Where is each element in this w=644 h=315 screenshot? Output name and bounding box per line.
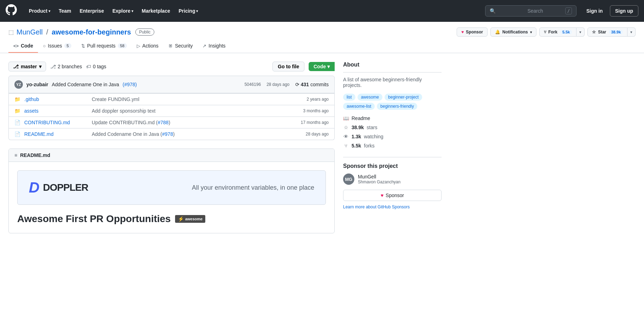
tag-icon: 🏷: [86, 64, 91, 69]
main-nav: Product ▾ Team Enterprise Explore ▾ Mark…: [25, 5, 201, 17]
repo-file-area: ⎇ master ▾ ⎇ 2 branches 🏷 0 tags Go to f…: [8, 62, 335, 233]
commit-author-link[interactable]: yo-zubair: [26, 82, 48, 87]
doppler-wordmark: DOPPLER: [43, 182, 88, 193]
file-commit-time: 3 months ago: [303, 108, 329, 113]
star-button[interactable]: ☆ Star 38.9k: [587, 27, 627, 37]
table-row: 📄 README.md Added Codename One in Java (…: [9, 128, 334, 140]
commit-history-link[interactable]: ⟳ 431 commits: [295, 82, 329, 87]
actions-icon: ▷: [137, 43, 140, 49]
file-commit-time: 28 days ago: [306, 132, 329, 137]
nav-product[interactable]: Product ▾: [25, 5, 54, 17]
doppler-logo: D DOPPLER: [29, 179, 88, 196]
chevron-down-icon: ▾: [327, 64, 330, 69]
file-pr-link[interactable]: #788: [158, 120, 169, 125]
search-input[interactable]: 🔍 Search /: [485, 5, 577, 17]
security-icon: ⛨: [168, 43, 173, 49]
go-to-file-button[interactable]: Go to file: [272, 62, 304, 71]
tags-link[interactable]: 🏷 0 tags: [86, 64, 106, 69]
fork-icon: ⑂: [343, 143, 349, 149]
heart-icon: ♥: [461, 30, 464, 34]
bell-icon: 🔔: [495, 30, 500, 34]
sidebar-divider: [343, 157, 442, 157]
chevron-down-icon: ▾: [39, 64, 41, 69]
star-dropdown-button[interactable]: ▾: [627, 27, 636, 37]
visibility-badge: Public: [135, 29, 155, 36]
nav-enterprise[interactable]: Enterprise: [76, 5, 107, 17]
sign-in-button[interactable]: Sign in: [582, 5, 607, 17]
nav-team[interactable]: Team: [55, 5, 75, 17]
sponsor-banner[interactable]: D DOPPLER All your environment variables…: [17, 170, 326, 205]
github-logo-icon[interactable]: [6, 4, 17, 18]
about-title: About: [343, 62, 442, 73]
stars-stat: ☆ 38.9k stars: [343, 125, 442, 130]
tab-pull-requests[interactable]: ⇅ Pull requests 58: [76, 39, 132, 53]
list-icon: ≡: [14, 152, 17, 158]
eye-icon: 👁: [343, 134, 349, 139]
topic-tags: list awesome beginner-project awesome-li…: [343, 94, 442, 110]
code-button-label: Code: [314, 64, 326, 69]
commit-message: Added Codename One in Java: [52, 82, 119, 87]
notifications-button[interactable]: 🔔 Notifications ▾: [490, 27, 536, 37]
sponsor-user-avatar: MG: [343, 174, 354, 185]
folder-icon: 📁: [14, 96, 20, 102]
tab-actions[interactable]: ▷ Actions: [132, 39, 163, 53]
file-table: 📁 .github Create FUNDING.yml 2 years ago…: [8, 93, 335, 140]
repo-action-buttons: ♥ Sponsor 🔔 Notifications ▾ ⑂ Fork 5.5k …: [457, 27, 636, 37]
tab-security[interactable]: ⛨ Security: [163, 39, 198, 53]
repo-name-link[interactable]: awesome-for-beginners: [52, 28, 131, 36]
chevron-down-icon: ▾: [530, 30, 532, 34]
repo-tabs: <> Code ○ Issues 5 ⇅ Pull requests 58 ▷ …: [8, 39, 636, 53]
nav-explore[interactable]: Explore ▾: [109, 5, 137, 17]
about-description: A list of awesome beginners-friendly pro…: [343, 77, 442, 88]
branch-icon: ⎇: [13, 64, 19, 69]
file-name-link[interactable]: CONTRIBUTING.md: [24, 120, 88, 125]
code-clone-button[interactable]: Code ▾: [309, 62, 335, 71]
readme-header: ≡ README.md: [9, 149, 334, 162]
search-icon: 🔍: [490, 8, 524, 14]
nav-pricing[interactable]: Pricing ▾: [175, 5, 201, 17]
star-icon: ☆: [592, 30, 596, 34]
awesome-badge-img: ⚡ awesome: [175, 215, 206, 223]
branch-count-icon: ⎇: [50, 64, 56, 69]
main-content: ⎇ master ▾ ⎇ 2 branches 🏷 0 tags Go to f…: [0, 53, 450, 242]
branch-bar: ⎇ master ▾ ⎇ 2 branches 🏷 0 tags Go to f…: [8, 62, 335, 71]
fork-button[interactable]: ⑂ Fork 5.5k: [539, 27, 577, 37]
topic-tag-awesome-list[interactable]: awesome-list: [343, 103, 375, 110]
issues-count: 5: [64, 43, 71, 48]
file-commit-message: Added Codename One in Java (#978): [92, 131, 302, 137]
insights-icon: ↗: [202, 43, 206, 49]
sponsor-button[interactable]: ♥ Sponsor: [457, 27, 488, 37]
header: Product ▾ Team Enterprise Explore ▾ Mark…: [0, 0, 644, 22]
commit-pr-link[interactable]: (#978): [123, 82, 137, 87]
file-commit-message: Update CONTRIBUTING.md (#788): [92, 120, 297, 125]
tab-issues[interactable]: ○ Issues 5: [38, 39, 76, 53]
file-name-link[interactable]: .github: [24, 96, 88, 102]
nav-marketplace[interactable]: Marketplace: [138, 5, 174, 17]
heart-icon: ♥: [381, 193, 384, 198]
topic-tag-beginner-project[interactable]: beginner-project: [385, 94, 422, 101]
fork-dropdown-button[interactable]: ▾: [577, 27, 585, 37]
branches-link[interactable]: ⎇ 2 branches: [50, 64, 82, 69]
sidebar: About A list of awesome beginners-friend…: [343, 62, 442, 233]
folder-icon: 📁: [14, 108, 20, 114]
topic-tag-awesome[interactable]: awesome: [358, 94, 382, 101]
readme-section: ≡ README.md D DOPPLER All your environme…: [8, 149, 335, 233]
repo-owner-link[interactable]: MunGell: [17, 28, 43, 36]
sponsor-learn-more-link[interactable]: Learn more about GitHub Sponsors: [343, 204, 442, 209]
tab-code[interactable]: <> Code: [8, 39, 38, 53]
file-name-link[interactable]: README.md: [24, 131, 88, 137]
tab-insights[interactable]: ↗ Insights: [198, 39, 230, 53]
topic-tag-list[interactable]: list: [343, 94, 355, 101]
sponsor-project-button[interactable]: ♥ Sponsor: [343, 190, 442, 201]
code-button-group: Code ▾: [309, 62, 335, 71]
history-icon: ⟳: [295, 82, 300, 87]
topic-tag-beginners-friendly[interactable]: beginners-friendly: [377, 103, 417, 110]
file-pr-link[interactable]: #978: [162, 131, 173, 137]
sponsor-project-title: Sponsor this project: [343, 163, 442, 169]
sign-up-button[interactable]: Sign up: [610, 5, 638, 17]
file-name-link[interactable]: assets: [24, 108, 88, 114]
branch-selector[interactable]: ⎇ master ▾: [8, 62, 46, 71]
star-button-group: ☆ Star 38.9k ▾: [587, 27, 636, 37]
file-commit-time: 2 years ago: [307, 97, 329, 102]
search-bar: 🔍 Search /: [485, 5, 577, 17]
